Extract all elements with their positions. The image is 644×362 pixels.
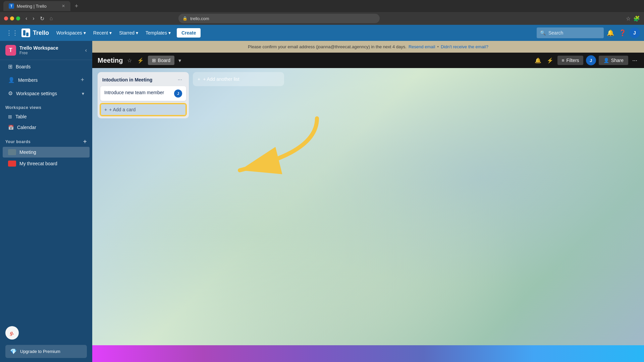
board-item-threecat[interactable]: My threecat board — [3, 158, 90, 169]
traffic-lights — [4, 16, 20, 20]
lightning-icon[interactable]: ⚡ — [545, 56, 555, 65]
grammarly-badge: g. — [5, 326, 19, 340]
filters-button[interactable]: ≡ Filters — [557, 56, 583, 65]
list-menu-button[interactable]: ··· — [176, 76, 184, 83]
sidebar-collapse-button[interactable]: ‹ — [85, 47, 87, 53]
search-icon: 🔍 — [540, 30, 546, 36]
upgrade-to-premium-button[interactable]: 💎 Upgrade to Premium — [5, 345, 87, 358]
board-view-button[interactable]: ⊞ Board — [148, 56, 174, 65]
board-item-meeting[interactable]: Meeting — [3, 147, 90, 158]
new-tab-button[interactable]: + — [72, 1, 81, 11]
board-lists: Intoduction in Meeting ··· Introduce new… — [92, 68, 644, 345]
workspace-name: Trello Workspace — [19, 45, 82, 51]
calendar-label: Calendar — [17, 125, 36, 130]
bookmark-star-icon[interactable]: ☆ — [626, 15, 631, 22]
browser-chrome: T Meeting | Trello ✕ + ‹ › ↻ ⌂ 🔒 trello.… — [0, 0, 644, 25]
refresh-button[interactable]: ↻ — [39, 14, 46, 23]
card-text: Introduce new team member — [104, 89, 164, 96]
board-content: Intoduction in Meeting ··· Introduce new… — [92, 68, 644, 345]
board-view-chevron-icon[interactable]: ▾ — [177, 56, 182, 65]
resend-email-link[interactable]: Resend email — [409, 44, 435, 49]
search-bar[interactable]: 🔍 Search — [537, 27, 604, 38]
filters-label: Filters — [567, 58, 579, 63]
sidebar-item-boards[interactable]: ⊞ Boards — [3, 61, 90, 72]
board-member-avatar[interactable]: J — [586, 55, 596, 65]
power-ups-icon[interactable]: ⚡ — [136, 56, 145, 65]
board-view-label: Board — [158, 58, 170, 63]
add-card-label: + Add a card — [109, 107, 136, 112]
table-icon: ⊞ — [8, 114, 12, 119]
sidebar-view-table[interactable]: ⊞ Table — [3, 112, 90, 122]
recent-menu[interactable]: Recent ▾ — [90, 28, 115, 38]
sidebar-bottom: g. 💎 Upgrade to Premium — [0, 322, 92, 362]
user-avatar[interactable]: J — [629, 27, 640, 38]
templates-label: Templates — [146, 30, 167, 36]
notifications-bell-icon[interactable]: 🔔 — [605, 27, 616, 38]
starred-label: Starred — [119, 30, 135, 36]
members-icon: 👤 — [8, 77, 15, 83]
sidebar-item-members[interactable]: 👤 Members + — [3, 74, 90, 86]
back-button[interactable]: ‹ — [24, 14, 29, 23]
filters-icon: ≡ — [561, 58, 564, 63]
starred-menu[interactable]: Starred ▾ — [116, 28, 142, 38]
table-row[interactable]: Introduce new team member J — [100, 86, 186, 101]
list-header: Intoduction in Meeting ··· — [100, 75, 186, 86]
list-introduction-in-meeting: Intoduction in Meeting ··· Introduce new… — [98, 72, 189, 118]
your-boards-section: Your boards + — [0, 135, 92, 146]
fullscreen-light[interactable] — [16, 16, 20, 20]
apps-grid-icon[interactable]: ⋮⋮ — [4, 27, 20, 39]
share-icon: 👤 — [603, 58, 609, 63]
star-board-icon[interactable]: ☆ — [126, 56, 133, 65]
tab-close-btn[interactable]: ✕ — [62, 4, 65, 8]
confirmation-banner: Please confirm your email address (joann… — [92, 41, 644, 53]
board-title: Meeting — [98, 57, 123, 64]
browser-tab[interactable]: T Meeting | Trello ✕ — [3, 1, 70, 11]
settings-chevron-icon[interactable]: ▾ — [82, 91, 84, 96]
banner-message: Please confirm your email address (joann… — [248, 44, 407, 49]
home-button[interactable]: ⌂ — [48, 14, 54, 23]
add-list-button[interactable]: + + Add another list — [193, 72, 284, 86]
extensions-icon[interactable]: 🧩 — [633, 15, 640, 22]
workspaces-label: Workspaces — [56, 30, 82, 36]
minimize-light[interactable] — [10, 16, 14, 20]
members-add-icon[interactable]: + — [80, 76, 84, 83]
board-area: Please confirm your email address (joann… — [92, 41, 644, 362]
help-icon[interactable]: ❓ — [617, 27, 628, 38]
sidebar-view-calendar[interactable]: 📅 Calendar — [3, 122, 90, 132]
workspace-plan: Free — [19, 51, 82, 55]
templates-menu[interactable]: Templates ▾ — [142, 28, 174, 38]
browser-actions: ☆ 🧩 — [626, 15, 640, 22]
recent-label: Recent — [93, 30, 108, 36]
browser-controls: ‹ › ↻ ⌂ 🔒 trello.com ☆ 🧩 — [0, 12, 644, 25]
board-name-meeting: Meeting — [19, 149, 36, 155]
templates-chevron-icon: ▾ — [168, 30, 171, 36]
banner-separator: • — [437, 44, 439, 49]
workspaces-menu[interactable]: Workspaces ▾ — [53, 28, 89, 38]
sidebar-item-workspace-settings[interactable]: ⚙ Workspace settings ▾ — [3, 87, 90, 99]
table-label: Table — [15, 114, 26, 119]
close-light[interactable] — [4, 16, 8, 20]
upgrade-label: Upgrade to Premium — [20, 349, 60, 354]
add-card-button[interactable]: + + Add a card — [100, 104, 186, 116]
didnt-receive-email-link[interactable]: Didn't receive the email? — [441, 44, 488, 49]
workspace-views-section: Workspace views — [0, 103, 92, 111]
workspace-info: Trello Workspace Free — [19, 45, 82, 55]
board-color-meeting — [8, 149, 16, 155]
sidebar-boards-label: Boards — [16, 64, 31, 69]
share-button[interactable]: 👤 Share — [599, 56, 628, 65]
card-member-avatar: J — [174, 89, 182, 98]
calendar-icon: 📅 — [8, 125, 14, 130]
board-header: Meeting ☆ ⚡ ⊞ Board ▾ 🔔 ⚡ ≡ Filters J — [92, 53, 644, 68]
board-color-threecat — [8, 161, 16, 167]
add-board-button[interactable]: + — [83, 138, 87, 145]
app: ⋮⋮ Trello Workspaces ▾ Recent ▾ Starred … — [0, 25, 644, 362]
more-options-button[interactable]: ··· — [631, 56, 639, 65]
starred-chevron-icon: ▾ — [136, 30, 138, 36]
address-bar[interactable]: 🔒 trello.com — [178, 14, 380, 23]
trello-logo[interactable]: Trello — [21, 28, 49, 37]
forward-button[interactable]: › — [31, 14, 36, 23]
add-list-label: + Add another list — [203, 76, 239, 82]
watch-icon[interactable]: 🔔 — [533, 56, 543, 65]
create-button[interactable]: Create — [177, 28, 201, 38]
settings-icon: ⚙ — [8, 90, 13, 97]
